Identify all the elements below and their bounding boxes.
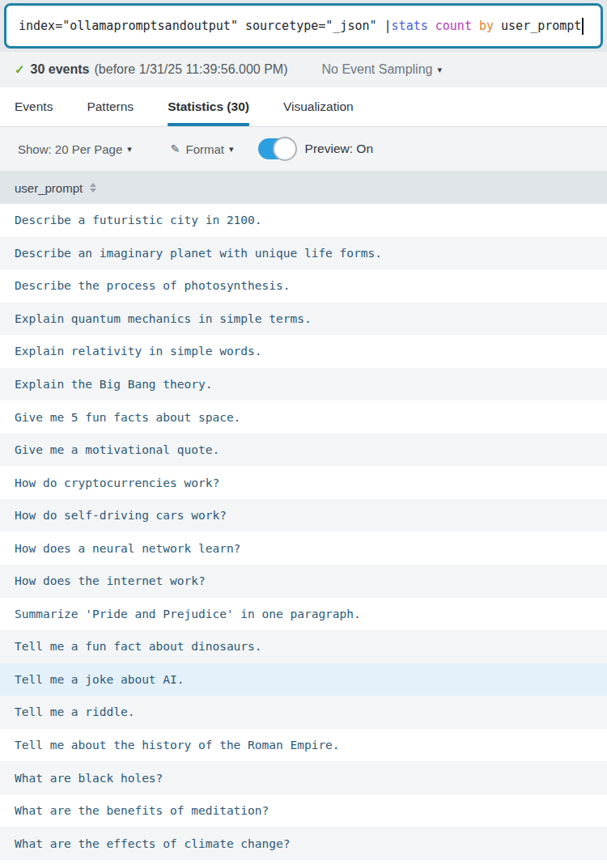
user-prompt-cell[interactable]: Tell me about the history of the Roman E… (15, 739, 340, 752)
results-tab-bar: Events Patterns Statistics (30) Visualiz… (0, 87, 607, 127)
table-row[interactable]: Summarize 'Pride and Prejudice' in one p… (0, 598, 607, 631)
table-row[interactable]: What are black holes? (0, 761, 607, 794)
pencil-icon: ✎ (171, 142, 180, 155)
table-row[interactable]: How does a neural network learn? (0, 531, 607, 565)
user-prompt-cell[interactable]: Explain the Big Bang theory. (15, 378, 212, 391)
column-header-user-prompt[interactable]: user_prompt (0, 171, 607, 204)
user-prompt-cell[interactable]: What are the effects of climate change? (15, 837, 290, 850)
table-row[interactable]: Describe the process of photosynthesis. (0, 269, 607, 303)
chevron-down-icon: ▾ (127, 144, 132, 155)
tab-visualization[interactable]: Visualization (283, 87, 354, 126)
user-prompt-cell[interactable]: Describe a futuristic city in 2100. (15, 214, 262, 227)
tab-patterns[interactable]: Patterns (87, 87, 134, 126)
table-row[interactable]: Explain the Big Bang theory. (0, 368, 607, 401)
chevron-down-icon: ▾ (229, 144, 234, 155)
user-prompt-cell[interactable]: Describe an imaginary planet with unique… (15, 247, 382, 260)
column-header-label: user_prompt (15, 181, 83, 195)
chevron-down-icon: ▾ (437, 65, 442, 75)
event-count: 30 events (31, 62, 90, 77)
query-token (472, 19, 479, 33)
user-prompt-cell[interactable]: Tell me a fun fact about dinosaurs. (15, 640, 262, 653)
user-prompt-cell[interactable]: Explain relativity in simple words. (15, 345, 262, 358)
preview-state-label: Preview: On (305, 142, 373, 156)
format-dropdown[interactable]: ✎ Format ▾ (171, 142, 234, 156)
search-input[interactable]: index="ollamapromptsandoutput" sourcetyp… (4, 3, 603, 49)
user-prompt-cell[interactable]: Explain quantum mechanics in simple term… (15, 312, 312, 325)
user-prompt-cell[interactable]: Give me 5 fun facts about space. (15, 411, 240, 424)
user-prompt-cell[interactable]: How does the internet work? (15, 574, 206, 587)
search-query-text: index="ollamapromptsandoutput" sourcetyp… (19, 19, 581, 33)
user-prompt-cell[interactable]: How does a neural network learn? (15, 542, 240, 555)
toggle-knob (273, 137, 297, 161)
table-row[interactable]: What are the benefits of meditation? (0, 794, 607, 828)
statistics-table: user_prompt Describe a futuristic city i… (0, 171, 607, 860)
table-row[interactable]: Tell me a riddle. (0, 696, 607, 729)
events-info-bar: ✓ 30 events (before 1/31/25 11:39:56.000… (0, 52, 607, 87)
per-page-dropdown[interactable]: Show: 20 Per Page ▾ (18, 142, 132, 156)
table-row[interactable]: Describe a futuristic city in 2100. (0, 204, 607, 237)
table-row[interactable]: Tell me a fun fact about dinosaurs. (0, 630, 607, 663)
user-prompt-cell[interactable]: What are the benefits of meditation? (15, 804, 269, 817)
table-row[interactable]: How do self-driving cars work? (0, 499, 607, 532)
splunk-search-results-page: index="ollamapromptsandoutput" sourcetyp… (0, 0, 607, 860)
query-token: stats (392, 19, 428, 33)
user-prompt-cell[interactable]: Summarize 'Pride and Prejudice' in one p… (15, 608, 361, 620)
table-row[interactable]: How does the internet work? (0, 565, 607, 598)
user-prompt-cell[interactable]: How do self-driving cars work? (15, 509, 227, 522)
table-row[interactable]: Explain quantum mechanics in simple term… (0, 303, 607, 336)
table-row[interactable]: Give me 5 fun facts about space. (0, 400, 607, 434)
per-page-label: Show: 20 Per Page (18, 142, 122, 156)
query-token (428, 19, 435, 33)
table-row[interactable]: Describe an imaginary planet with unique… (0, 237, 607, 270)
text-cursor-caret (582, 18, 584, 35)
preview-toggle[interactable] (258, 138, 295, 159)
table-row[interactable]: Tell me a joke about AI. (0, 663, 607, 697)
query-token: by (479, 19, 494, 33)
query-token: user_prompt (494, 19, 581, 33)
query-token: count (435, 19, 472, 33)
user-prompt-cell[interactable]: Describe the process of photosynthesis. (15, 279, 290, 292)
user-prompt-cell[interactable]: Tell me a joke about AI. (15, 673, 185, 686)
tab-statistics[interactable]: Statistics (30) (168, 87, 249, 126)
event-sampling-dropdown[interactable]: No Event Sampling ▾ (322, 62, 443, 77)
query-token: index="ollamapromptsandoutput" sourcetyp… (19, 19, 392, 33)
search-bar-container: index="ollamapromptsandoutput" sourcetyp… (0, 0, 607, 52)
table-body: Describe a futuristic city in 2100.Descr… (0, 204, 607, 860)
table-row[interactable]: Tell me about the history of the Roman E… (0, 729, 607, 762)
user-prompt-cell[interactable]: Tell me a riddle. (15, 705, 134, 718)
tab-events[interactable]: Events (15, 87, 53, 126)
user-prompt-cell[interactable]: How do cryptocurrencies work? (15, 476, 219, 489)
table-row[interactable]: Give me a motivational quote. (0, 434, 607, 467)
event-time-range: (before 1/31/25 11:39:56.000 PM) (95, 62, 288, 77)
search-complete-check-icon: ✓ (15, 62, 25, 77)
user-prompt-cell[interactable]: What are black holes? (15, 772, 163, 785)
table-row[interactable]: Explain relativity in simple words. (0, 335, 607, 368)
event-sampling-label: No Event Sampling (322, 62, 433, 77)
sort-icon (90, 183, 96, 193)
user-prompt-cell[interactable]: Give me a motivational quote. (15, 443, 219, 456)
table-row[interactable]: How do cryptocurrencies work? (0, 466, 607, 499)
table-row[interactable]: What are the effects of climate change? (0, 827, 607, 860)
table-controls-bar: Show: 20 Per Page ▾ ✎ Format ▾ Preview: … (0, 127, 607, 171)
format-label: Format (186, 142, 225, 156)
